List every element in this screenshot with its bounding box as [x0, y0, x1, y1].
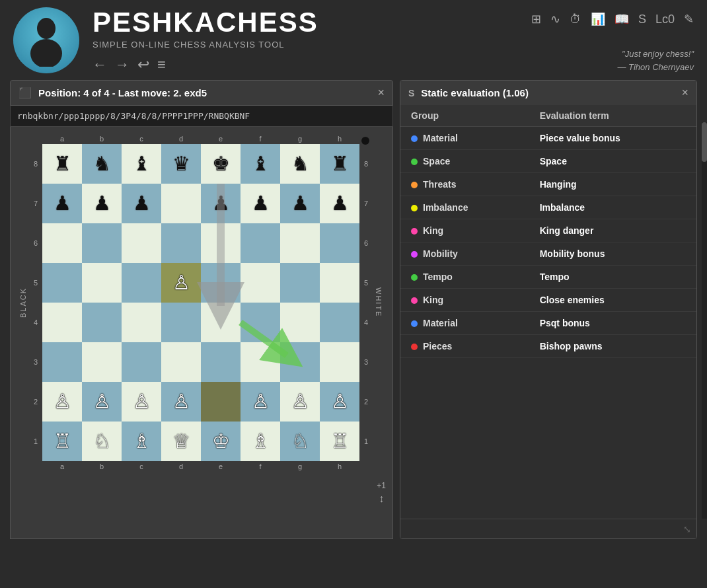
menu-button[interactable]: ≡ [157, 56, 166, 73]
back-button[interactable]: ← [93, 56, 107, 73]
board-cell[interactable] [280, 342, 320, 382]
chess-panel-close[interactable]: × [377, 86, 385, 100]
board-cell[interactable]: ♙ [122, 382, 161, 422]
board-cell[interactable] [241, 342, 280, 382]
board-cell[interactable]: ♛ [161, 144, 201, 184]
grid-icon[interactable]: ⊞ [531, 12, 541, 26]
board-cell[interactable] [161, 303, 201, 342]
board-cell[interactable] [122, 263, 161, 303]
edit-icon[interactable]: ✎ [684, 12, 694, 26]
board-cell[interactable]: ♝ [122, 144, 161, 184]
rank-6-right: 6 [359, 223, 373, 263]
board-cell[interactable] [82, 223, 122, 263]
eval-row[interactable]: ThreatsHanging [400, 173, 696, 196]
board-cell[interactable]: ♟ [280, 184, 320, 223]
board-cell[interactable] [42, 303, 82, 342]
board-cell[interactable]: ♙ [280, 382, 320, 422]
undo-button[interactable]: ↩ [137, 56, 149, 73]
clock-icon[interactable]: ⏱ [570, 13, 581, 26]
board-cell[interactable] [42, 342, 82, 382]
board-cell[interactable]: ♞ [280, 144, 320, 184]
board-cell[interactable] [161, 184, 201, 223]
board-cell[interactable]: ♙ [42, 382, 82, 422]
eval-row[interactable]: KingKing danger [400, 219, 696, 242]
board-cell[interactable] [320, 303, 359, 342]
board-cell[interactable] [241, 263, 280, 303]
board-cell[interactable]: ♞ [82, 144, 122, 184]
board-cell[interactable] [201, 223, 241, 263]
board-cell[interactable]: ♙ [241, 382, 280, 422]
board-cell[interactable] [122, 342, 161, 382]
eval-row[interactable]: MaterialPsqt bonus [400, 312, 696, 335]
board-cell[interactable] [122, 303, 161, 342]
board-cell[interactable]: ♟ [42, 184, 82, 223]
rank-3-right: 3 [359, 342, 373, 382]
board-cell[interactable] [201, 382, 241, 422]
board-cell[interactable] [82, 303, 122, 342]
board-cell[interactable]: ♟ [82, 184, 122, 223]
board-cell[interactable] [201, 263, 241, 303]
board-cell[interactable]: ♕ [161, 422, 201, 461]
eval-row[interactable]: MobilityMobility bonus [400, 242, 696, 266]
board-cell[interactable]: ♟ [201, 184, 241, 223]
board-cell[interactable] [122, 223, 161, 263]
eval-row[interactable]: ImbalanceImbalance [400, 196, 696, 219]
board-cell[interactable]: ♙ [82, 382, 122, 422]
board-cell[interactable] [201, 303, 241, 342]
eval-row[interactable]: MaterialPiece value bonus [400, 127, 696, 150]
eval-dot [411, 251, 418, 258]
board-cell[interactable] [42, 223, 82, 263]
eval-close[interactable]: × [681, 86, 688, 100]
chess-piece: ♘ [291, 431, 309, 451]
board-cell[interactable]: ♜ [42, 144, 82, 184]
board-cell[interactable]: ♙ [161, 382, 201, 422]
scrollbar[interactable] [702, 122, 707, 519]
resize-handle-icon[interactable]: ⤡ [683, 524, 691, 534]
board-cell[interactable] [161, 223, 201, 263]
board-cell[interactable] [280, 263, 320, 303]
board-cell[interactable] [82, 342, 122, 382]
book-icon[interactable]: 📖 [614, 12, 629, 26]
board-cell[interactable] [42, 263, 82, 303]
board-cell[interactable]: ♗ [122, 422, 161, 461]
board-cell[interactable] [82, 263, 122, 303]
eval-row[interactable]: TempoTempo [400, 266, 696, 289]
board-cell[interactable] [241, 303, 280, 342]
board-cell[interactable]: ♚ [201, 144, 241, 184]
board-cell[interactable] [320, 223, 359, 263]
board-cell[interactable]: ♟ [241, 184, 280, 223]
board-cell[interactable]: ♙ [161, 263, 201, 303]
eval-row[interactable]: PiecesBishop pawns [400, 335, 696, 358]
lc0-icon[interactable]: Lc0 [655, 13, 675, 26]
board-cell[interactable] [201, 342, 241, 382]
board-cell[interactable] [241, 223, 280, 263]
board-cell[interactable]: ♟ [320, 184, 359, 223]
board-cell[interactable] [320, 263, 359, 303]
board-cell[interactable]: ♗ [241, 422, 280, 461]
board-cell[interactable]: ♔ [201, 422, 241, 461]
board-cell[interactable]: ♖ [42, 422, 82, 461]
board-cell[interactable]: ♜ [320, 144, 359, 184]
board-cell[interactable] [161, 342, 201, 382]
eval-row[interactable]: SpaceSpace [400, 150, 696, 173]
board-cell[interactable]: ♘ [82, 422, 122, 461]
board-with-ranks: 8 7 6 5 4 3 2 1 ♜♞♝♛♚♝♞♜♟♟♟♟♟♟♟♙♙♙♙ [29, 144, 373, 461]
file-labels-bottom: a b c d e f g h [42, 461, 359, 472]
board-cell[interactable] [280, 303, 320, 342]
forward-button[interactable]: → [115, 56, 130, 73]
eval-dot [411, 182, 418, 188]
waveform-icon[interactable]: ∿ [550, 12, 560, 26]
scrollbar-thumb[interactable] [702, 122, 707, 162]
board-cell[interactable]: ♟ [122, 184, 161, 223]
s-icon[interactable]: S [638, 13, 646, 26]
board-cell[interactable] [320, 342, 359, 382]
eval-dot [411, 344, 418, 350]
bar-chart-icon[interactable]: 📊 [591, 12, 605, 26]
eval-row[interactable]: KingClose enemies [400, 289, 696, 312]
board-cell[interactable]: ♝ [241, 144, 280, 184]
scroll-down-icon[interactable]: ↕ [379, 493, 384, 505]
board-cell[interactable] [280, 223, 320, 263]
board-cell[interactable]: ♙ [320, 382, 359, 422]
board-cell[interactable]: ♘ [280, 422, 320, 461]
board-cell[interactable]: ♖ [320, 422, 359, 461]
